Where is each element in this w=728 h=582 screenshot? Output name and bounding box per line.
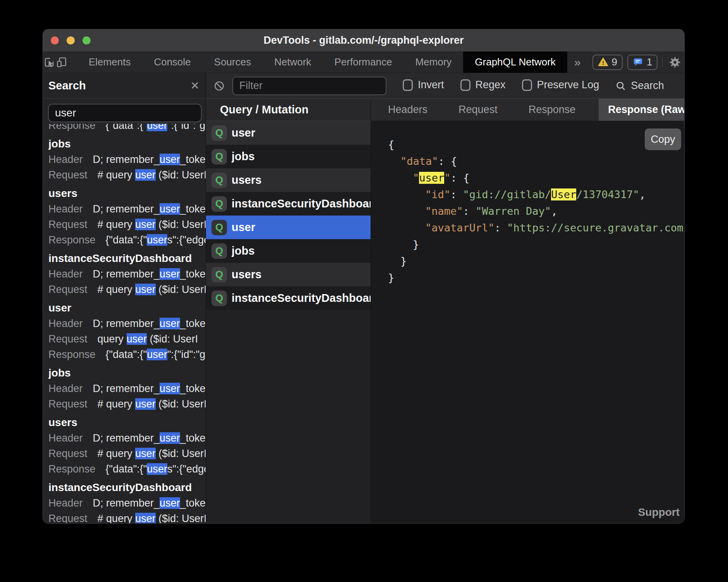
search-result-text: {"data":{" [106, 349, 147, 360]
query-list-item-label: users [232, 174, 261, 187]
query-type-badge: Q [211, 243, 227, 259]
more-tabs-icon[interactable]: » [567, 56, 588, 69]
checkbox-preserve-log[interactable]: Preserve Log [522, 79, 599, 91]
search-result-text: s":{"edges [167, 463, 206, 475]
devtools-tab-performance[interactable]: Performance [323, 51, 404, 73]
window-controls [51, 36, 91, 45]
detail-tabs-inner: HeadersRequestResponseResponse (Raw) [380, 99, 685, 121]
messages-badge[interactable]: 1 [627, 55, 658, 70]
search-result-line[interactable]: Response{"data":{"users":{"edges [48, 233, 206, 247]
search-result-line[interactable]: Requestquery user ($id: UserI [48, 332, 206, 346]
search-result-text: # query [98, 398, 136, 410]
search-result-text: D; remember_ [93, 154, 160, 165]
search-result-line[interactable]: Request# query user ($id: UserI [48, 397, 206, 411]
search-match-highlight: user [160, 432, 180, 444]
search-result-line[interactable]: HeaderD; remember_user_token=e [48, 267, 206, 281]
search-result-line[interactable]: Request# query user ($id: UserI [48, 512, 206, 523]
query-list-item-jobs[interactable]: Qjobs [206, 239, 371, 263]
search-result-field-label: Response [48, 124, 96, 131]
search-match-highlight: user [160, 318, 180, 329]
search-result-line[interactable]: HeaderD; remember_user_token=e [48, 152, 206, 166]
search-result-text: D; remember_ [93, 318, 160, 329]
search-result-line[interactable]: Response{"data":{"user":{"id":"gid [48, 347, 206, 361]
search-result-line[interactable]: Response{"data":{"users":{"edges [48, 462, 206, 476]
json-token: "gid://gitlab/ [463, 188, 551, 200]
support-link[interactable]: Support [638, 506, 680, 519]
copy-button[interactable]: Copy [645, 128, 681, 150]
query-list-item-user[interactable]: Quser [206, 216, 371, 239]
search-result-line[interactable]: HeaderD; remember_user_token=e [48, 431, 206, 445]
search-result-field-label: Request [48, 219, 88, 230]
detail-tab-request[interactable]: Request [451, 99, 505, 121]
search-result-entry: instanceSecurityDashboardHeaderD; rememb… [48, 252, 206, 296]
toolbar-right: 9 1 [588, 55, 685, 70]
checkbox-regex-box[interactable] [460, 79, 470, 91]
devtools-tab-sources[interactable]: Sources [203, 51, 263, 73]
checkbox-invert-box[interactable] [403, 79, 413, 91]
query-list-item-jobs[interactable]: Qjobs [206, 145, 371, 168]
block-requests-icon[interactable] [211, 77, 228, 94]
devtools-tab-graphql-network[interactable]: GraphQL Network [463, 51, 567, 73]
devtools-body: Search ✕ Response{"data":{"user":{"id":"… [43, 73, 684, 523]
close-window-button[interactable] [51, 36, 59, 45]
detail-tab-response[interactable]: Response [521, 99, 584, 121]
search-result-line[interactable]: HeaderD; remember_user_token=e [48, 317, 206, 330]
search-result-line[interactable]: Request# query user ($id: UserI [48, 447, 206, 460]
query-list-item-user[interactable]: Quser [206, 121, 371, 145]
search-result-text: # query [98, 513, 136, 523]
search-panel-close-icon[interactable]: ✕ [191, 79, 199, 92]
query-type-badge: Q [211, 125, 227, 141]
search-result-entry: usersHeaderD; remember_user_token=eReque… [48, 187, 206, 247]
query-type-badge: Q [211, 291, 227, 306]
search-result-line[interactable]: Response{"data":{"user":{"id":"gid [48, 124, 206, 132]
search-result-line[interactable]: Request# query user ($id: UserI [48, 217, 206, 231]
devtools-tab-console[interactable]: Console [142, 51, 202, 73]
filter-checkboxes: InvertRegexPreserve Log [386, 79, 599, 92]
settings-gear-icon[interactable] [667, 55, 683, 70]
minimize-window-button[interactable] [67, 36, 75, 45]
json-token: : [450, 188, 463, 200]
search-result-entry: instanceSecurityDashboardHeaderD; rememb… [48, 481, 206, 523]
json-token: : [494, 222, 507, 234]
search-result-line[interactable]: HeaderD; remember_user_token=e [48, 202, 206, 216]
search-result-line[interactable]: Request# query user ($id: UserI [48, 282, 206, 296]
search-result-field-label: Response [48, 349, 96, 360]
query-list-item-users[interactable]: Qusers [206, 168, 371, 192]
devtools-tab-memory[interactable]: Memory [403, 51, 463, 73]
inspect-element-icon[interactable] [43, 54, 55, 71]
search-match-highlight: user [160, 268, 180, 280]
devtools-tab-elements[interactable]: Elements [77, 51, 142, 73]
json-token: /13704317" [576, 188, 639, 200]
devtools-tab-network[interactable]: Network [263, 51, 323, 73]
filter-search[interactable]: Search [615, 80, 664, 92]
maximize-window-button[interactable] [82, 36, 91, 45]
query-list-item-instancesecuritydashboard[interactable]: QinstanceSecurityDashboard [206, 286, 371, 310]
query-type-badge: Q [211, 267, 227, 282]
message-icon [633, 57, 643, 67]
search-result-text: ":{"id":"gid [167, 124, 206, 131]
warnings-badge[interactable]: 9 [592, 55, 623, 70]
checkbox-preserve-log-box[interactable] [522, 79, 532, 91]
query-list-item-users[interactable]: Qusers [206, 263, 371, 286]
query-type-badge: Q [211, 196, 227, 212]
query-list-header: Query / Mutation [206, 99, 371, 121]
search-input[interactable] [48, 104, 202, 122]
search-result-line[interactable]: HeaderD; remember_user_token=e [48, 382, 206, 395]
search-result-line[interactable]: Request# query user ($id: UserI [48, 168, 206, 182]
checkbox-invert[interactable]: Invert [403, 79, 444, 91]
detail-tab-response-raw[interactable]: Response (Raw) [599, 99, 685, 121]
kebab-menu-icon[interactable]: ⋮ [683, 55, 685, 70]
find-match-highlight: User [551, 188, 576, 200]
search-match-highlight: user [135, 448, 156, 459]
device-toolbar-icon[interactable] [55, 54, 68, 71]
detail-tab-headers[interactable]: Headers [380, 99, 435, 121]
filter-input[interactable] [232, 77, 386, 95]
search-result-entry: userHeaderD; remember_user_token=eReques… [48, 301, 206, 361]
desktop-background: DevTools - gitlab.com/-/graphql-explorer… [0, 0, 728, 582]
query-type-badge: Q [211, 220, 227, 235]
query-list-item-instancesecuritydashboard[interactable]: QinstanceSecurityDashboard [206, 192, 371, 216]
search-result-section-title: instanceSecurityDashboard [48, 252, 206, 265]
search-result-line[interactable]: HeaderD; remember_user_token=e [48, 496, 206, 510]
json-token: "https://secure.gravatar.com/avatar [507, 222, 684, 234]
checkbox-regex[interactable]: Regex [460, 79, 506, 91]
